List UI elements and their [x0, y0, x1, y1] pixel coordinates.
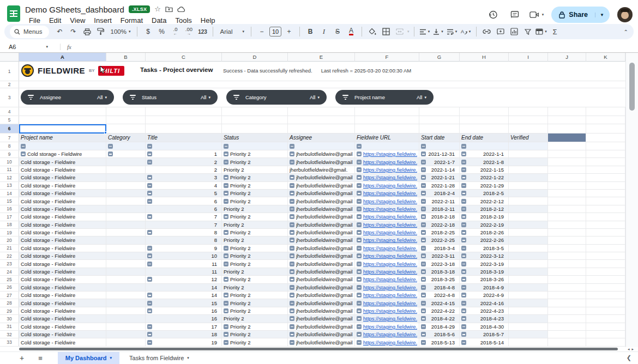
cell-D-row[interactable] — [222, 116, 288, 124]
cell-D-row[interactable]: Priority 2 — [222, 252, 288, 259]
collapse-chip[interactable] — [147, 160, 152, 165]
collapse-chip[interactable] — [147, 175, 152, 180]
collapse-chip[interactable] — [357, 230, 362, 235]
cell-H-row[interactable]: 2022-4-23 — [460, 307, 509, 314]
collapse-chip[interactable] — [224, 340, 228, 345]
create-filter-button[interactable] — [522, 26, 534, 38]
borders-button[interactable] — [380, 26, 392, 38]
cell-B-row[interactable] — [106, 260, 146, 267]
collapse-chip[interactable] — [461, 151, 466, 156]
cell-G-row[interactable]: 2018-4-29 — [419, 323, 460, 330]
collapse-chip[interactable] — [290, 214, 294, 219]
cell-B-row[interactable] — [106, 284, 146, 291]
collapse-chip[interactable] — [357, 269, 362, 274]
text-wrap-button[interactable]: ▾ — [446, 26, 458, 38]
collapse-chip[interactable] — [357, 262, 362, 266]
collapse-chip[interactable] — [461, 175, 466, 180]
cell-H-row[interactable]: End date — [460, 134, 509, 142]
cell-F-row[interactable]: https://staging.fieldwire.c — [355, 150, 419, 157]
collapse-chip[interactable] — [357, 316, 362, 321]
cell-A-row[interactable]: Cold storage - Fieldwire — [19, 307, 106, 314]
collapse-chip[interactable] — [290, 199, 294, 204]
row-header-15[interactable]: 15 — [0, 197, 19, 204]
collapse-chip[interactable] — [461, 269, 466, 274]
cell-A-row[interactable]: Cold storage - Fieldwire — [19, 229, 106, 236]
cell-E-row[interactable]: jherbulotfieldwire@gmail. — [288, 315, 355, 322]
cell-J-row[interactable] — [548, 323, 586, 330]
text-rotation-button[interactable]: A▾ — [460, 26, 472, 38]
cell-E-row[interactable]: jherbulotfieldwire@gmail. — [288, 150, 355, 157]
cell-C-row[interactable]: 2 — [146, 158, 222, 165]
cell-J-row[interactable] — [548, 221, 586, 228]
collapse-chip[interactable] — [461, 144, 466, 149]
collapse-chip[interactable] — [357, 199, 362, 204]
cell-J-row[interactable] — [548, 331, 586, 338]
cell-A-row[interactable]: Cold storage - Fieldwire — [19, 158, 106, 165]
cell-C-row[interactable]: 9 — [146, 245, 222, 252]
cell-E-row[interactable]: jherbulotfieldwire@gmail. — [288, 197, 355, 204]
all-sheets-button[interactable]: ≡ — [38, 354, 43, 362]
cell-J-row[interactable] — [548, 158, 586, 165]
cell-I-row[interactable] — [509, 221, 548, 228]
cell-J-row[interactable] — [548, 276, 586, 283]
row-header-27[interactable]: 27 — [0, 292, 19, 299]
cell-D-row[interactable]: Priority 2 — [222, 236, 288, 244]
row-header-2[interactable]: 2 — [0, 81, 19, 88]
cell-E-row[interactable]: jherbulotfieldwire@gmail. — [288, 182, 355, 189]
font-selector[interactable]: Arial▾ — [218, 28, 246, 35]
collapse-chip[interactable] — [357, 340, 362, 345]
cell-G-row[interactable] — [419, 116, 460, 124]
fieldwire-link[interactable]: https://staging.fieldwire.c — [363, 253, 417, 259]
cell-I-row[interactable] — [509, 182, 548, 189]
cell-D-row[interactable]: Priority 2 — [222, 182, 288, 189]
cell-J-row[interactable] — [548, 166, 586, 173]
cell-B-row[interactable] — [106, 229, 146, 236]
cell-K-row[interactable] — [586, 134, 625, 142]
cell-J-row[interactable] — [548, 213, 586, 220]
cell-F-row[interactable]: https://staging.fieldwire.c — [355, 205, 419, 213]
cell-E-row[interactable]: jherbulotfieldwire@gmail. — [288, 276, 355, 283]
cell-D-row[interactable]: Priority 2 — [222, 197, 288, 204]
cell-A-row[interactable]: Project name — [19, 134, 106, 142]
collapse-chip[interactable] — [421, 262, 426, 266]
fieldwire-link[interactable]: https://staging.fieldwire.c — [363, 183, 417, 189]
cell-J-row[interactable] — [548, 229, 586, 236]
row-header-31[interactable]: 31 — [0, 323, 19, 330]
cell-E-row[interactable]: jherbulotfieldwire@gmail. — [288, 221, 355, 228]
cell-J-row[interactable] — [548, 107, 586, 116]
collapse-chip[interactable] — [224, 293, 228, 298]
menu-edit[interactable]: Edit — [45, 16, 65, 25]
row-header-21[interactable]: 21 — [0, 245, 19, 252]
collapse-chip[interactable] — [461, 167, 466, 172]
row-header-13[interactable]: 13 — [0, 182, 19, 189]
cell-C-row[interactable]: 12 — [146, 276, 222, 283]
cell-D-row[interactable]: Status — [222, 134, 288, 142]
cell-B-row[interactable] — [106, 124, 146, 133]
cell-K-row[interactable] — [586, 331, 625, 338]
fieldwire-link[interactable]: https://staging.fieldwire.c — [363, 292, 417, 298]
cell-D-row[interactable]: Priority 2 — [222, 307, 288, 314]
cell-K-row[interactable] — [586, 236, 625, 244]
cell-H-row[interactable]: 2018-3-19 — [460, 268, 509, 275]
cell-H-row[interactable]: 2022-2-26 — [460, 236, 509, 244]
row-header-26[interactable]: 26 — [0, 284, 19, 291]
cell-K-row[interactable] — [586, 197, 625, 204]
collapse-chip[interactable] — [461, 160, 466, 165]
cell-I-row[interactable] — [509, 268, 548, 275]
cell-E-row[interactable]: jherbulotfieldwire@gmail. — [288, 331, 355, 338]
cell-D-row[interactable]: Priority 2 — [222, 190, 288, 197]
collapse-chip[interactable] — [357, 167, 362, 172]
collapse-chip[interactable] — [357, 144, 362, 149]
cell-D-row[interactable] — [222, 124, 288, 133]
cell-K-row[interactable] — [586, 190, 625, 197]
cell-H-row[interactable]: 2018-2-12 — [460, 205, 509, 213]
collapse-chip[interactable] — [357, 191, 362, 196]
collapse-chip[interactable] — [290, 277, 294, 282]
cell-E-row[interactable]: jherbulotfieldwire@gmail. — [288, 268, 355, 275]
collapse-chip[interactable] — [421, 167, 426, 172]
cell-G-row[interactable]: 2022-4-8 — [419, 292, 460, 299]
cell-G-row[interactable]: 2018-3-18 — [419, 268, 460, 275]
row-header-17[interactable]: 17 — [0, 213, 19, 220]
cell-G-row[interactable]: 2022-3-11 — [419, 252, 460, 259]
collapse-chip[interactable] — [421, 183, 426, 188]
